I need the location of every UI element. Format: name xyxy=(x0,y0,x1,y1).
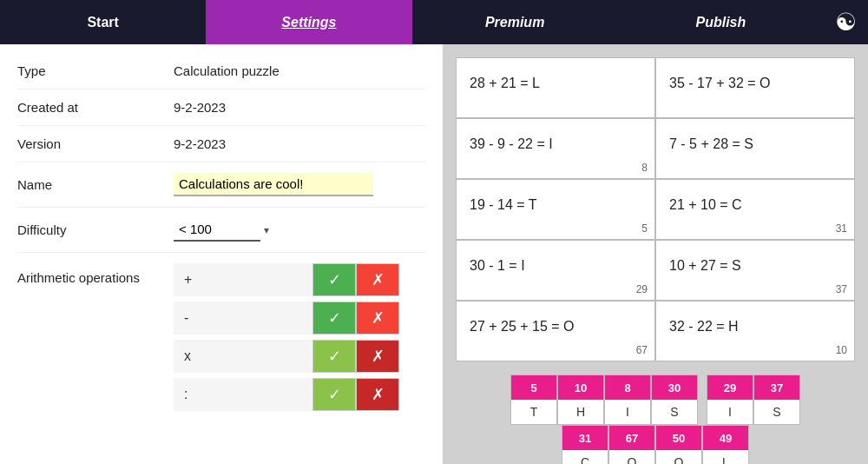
answer-box-50-O: 50 O xyxy=(655,425,702,464)
op-plus-symbol: + xyxy=(174,265,312,295)
answer-box-30-S: 30 S xyxy=(651,375,698,425)
answer-num: 8 xyxy=(605,375,650,400)
op-div-check-btn[interactable]: ✓ xyxy=(312,378,356,411)
answer-letter: S xyxy=(754,400,799,424)
answer-area: 5 T 10 H 8 I 30 S 29 I xyxy=(510,375,800,464)
puzzle-area: 28 + 21 = L 35 - 17 + 32 = O 39 - 9 - 22… xyxy=(456,57,855,361)
op-minus-check-btn[interactable]: ✓ xyxy=(312,302,356,335)
answer-box-29-I: 29 I xyxy=(707,375,753,425)
puzzle-row-1: 39 - 9 - 22 = I 8 7 - 5 + 28 = S xyxy=(456,118,855,179)
created-row: Created at 9-2-2023 xyxy=(17,89,425,126)
answer-row-1: 5 T 10 H 8 I 30 S 29 I xyxy=(510,375,800,425)
op-row-div: : ✓ ✗ xyxy=(174,378,399,411)
right-panel: 💾 ▶ 👁 ↻ 28 + 21 = L 35 - 17 + 32 = O 39 … xyxy=(443,44,868,464)
answer-letter: I xyxy=(707,400,753,424)
version-label: Version xyxy=(17,136,174,151)
puzzle-row-4: 27 + 25 + 15 = O 67 32 - 22 = H 10 xyxy=(456,301,855,361)
puzzle-cell-3-0: 30 - 1 = I 29 xyxy=(456,240,655,301)
name-row: Name xyxy=(17,162,425,208)
cell-expr: 21 + 10 = C xyxy=(669,197,742,213)
op-minus-x-btn[interactable]: ✗ xyxy=(356,302,399,335)
op-mult-check-btn[interactable]: ✓ xyxy=(312,340,356,373)
answer-num: 10 xyxy=(558,375,603,400)
answer-box-49-L: 49 L xyxy=(702,425,749,464)
cell-expr: 7 - 5 + 28 = S xyxy=(669,136,753,152)
answer-letter: C xyxy=(562,450,608,464)
op-mult-x-btn[interactable]: ✗ xyxy=(356,340,399,373)
puzzle-cell-4-1: 32 - 22 = H 10 xyxy=(655,301,855,361)
cell-num: 5 xyxy=(641,222,648,235)
cell-expr: 28 + 21 = L xyxy=(470,76,540,91)
puzzle-row-3: 30 - 1 = I 29 10 + 27 = S 37 xyxy=(456,240,855,301)
name-label: Name xyxy=(17,177,174,192)
answer-letter: L xyxy=(703,450,748,464)
answer-box-31-C: 31 C xyxy=(562,425,608,464)
answer-num: 30 xyxy=(652,375,697,400)
answer-letter: H xyxy=(558,400,603,424)
op-row-plus: + ✓ ✗ xyxy=(174,263,399,296)
left-panel: Type Calculation puzzle Created at 9-2-2… xyxy=(0,44,443,464)
cell-expr: 27 + 25 + 15 = O xyxy=(470,319,575,335)
difficulty-wrapper: < 100 ▾ xyxy=(174,218,269,242)
difficulty-label: Difficulty xyxy=(17,222,174,237)
puzzle-cell-3-1: 10 + 27 = S 37 xyxy=(655,240,855,301)
answer-num: 67 xyxy=(609,426,654,450)
cell-num: 8 xyxy=(641,162,648,174)
difficulty-select[interactable]: < 100 xyxy=(174,218,260,242)
nav-premium[interactable]: Premium xyxy=(412,0,618,44)
cell-expr: 19 - 14 = T xyxy=(470,197,537,213)
nav-start[interactable]: Start xyxy=(0,0,206,44)
cell-expr: 32 - 22 = H xyxy=(669,319,739,335)
answer-num: 49 xyxy=(703,426,748,450)
answer-num: 5 xyxy=(511,375,556,400)
difficulty-row: Difficulty < 100 ▾ xyxy=(17,208,425,253)
op-plus-check-btn[interactable]: ✓ xyxy=(312,263,356,296)
yin-yang-icon[interactable]: ☯ xyxy=(824,0,868,44)
puzzle-cell-0-1: 35 - 17 + 32 = O xyxy=(655,57,855,118)
puzzle-cell-4-0: 27 + 25 + 15 = O 67 xyxy=(456,301,655,361)
op-plus-x-btn[interactable]: ✗ xyxy=(356,263,399,296)
answer-box-37-S: 37 S xyxy=(753,375,800,425)
created-label: Created at xyxy=(17,100,174,115)
cell-num: 29 xyxy=(636,283,648,295)
answer-letter: S xyxy=(652,400,697,424)
top-navigation: Start Settings Premium Publish ☯ xyxy=(0,0,868,44)
puzzle-cell-0-0: 28 + 21 = L xyxy=(456,57,655,118)
puzzle-cell-1-1: 7 - 5 + 28 = S xyxy=(655,118,855,179)
op-row-mult: x ✓ ✗ xyxy=(174,340,399,373)
puzzle-cell-2-0: 19 - 14 = T 5 xyxy=(456,179,655,240)
cell-expr: 10 + 27 = S xyxy=(669,258,741,274)
version-value: 9-2-2023 xyxy=(174,136,226,151)
arith-label: Arithmetic operations xyxy=(17,263,174,285)
nav-publish[interactable]: Publish xyxy=(618,0,824,44)
op-minus-symbol: - xyxy=(174,303,312,333)
main-content: Type Calculation puzzle Created at 9-2-2… xyxy=(0,44,868,464)
cell-expr: 35 - 17 + 32 = O xyxy=(669,76,771,91)
arithmetic-section: Arithmetic operations + ✓ ✗ - ✓ ✗ x ✓ xyxy=(17,253,425,421)
puzzle-cell-2-1: 21 + 10 = C 31 xyxy=(655,179,855,240)
answer-box-5-T: 5 T xyxy=(510,375,557,425)
answer-box-10-H: 10 H xyxy=(557,375,604,425)
puzzle-cell-1-0: 39 - 9 - 22 = I 8 xyxy=(456,118,655,179)
created-value: 9-2-2023 xyxy=(174,100,226,115)
cell-num: 37 xyxy=(836,283,847,295)
cell-num: 31 xyxy=(836,222,847,235)
answer-row-2: 31 C 67 O 50 O 49 L xyxy=(562,425,749,464)
answer-num: 50 xyxy=(656,426,701,450)
cell-num: 10 xyxy=(836,344,847,356)
answer-box-8-I: 8 I xyxy=(604,375,651,425)
nav-settings[interactable]: Settings xyxy=(206,0,411,44)
name-input[interactable] xyxy=(174,173,373,196)
arith-ops: + ✓ ✗ - ✓ ✗ x ✓ ✗ : xyxy=(174,263,399,411)
puzzle-row-2: 19 - 14 = T 5 21 + 10 = C 31 xyxy=(456,179,855,240)
answer-num: 29 xyxy=(707,375,753,400)
op-div-symbol: : xyxy=(174,380,312,409)
answer-box-67-O: 67 O xyxy=(608,425,655,464)
answer-num: 31 xyxy=(562,426,608,450)
answer-letter: O xyxy=(609,450,654,464)
cell-expr: 30 - 1 = I xyxy=(470,258,525,274)
op-mult-symbol: x xyxy=(174,341,312,371)
op-div-x-btn[interactable]: ✗ xyxy=(356,378,399,411)
type-label: Type xyxy=(17,63,174,78)
chevron-down-icon: ▾ xyxy=(264,224,269,236)
